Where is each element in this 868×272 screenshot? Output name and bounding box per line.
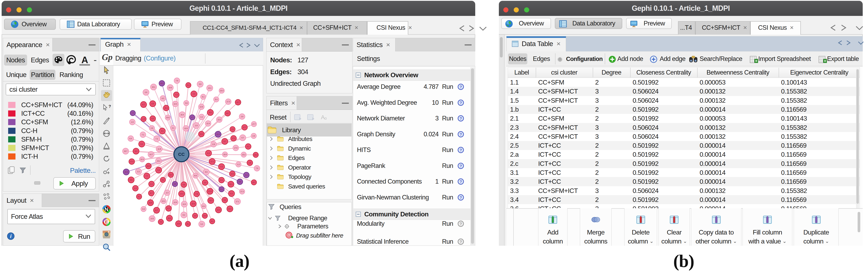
svg-text:17.7: 17.7 xyxy=(243,126,246,128)
svg-text:17.2: 17.2 xyxy=(241,190,244,192)
svg-text:2.3: 2.3 xyxy=(166,192,168,194)
svg-text:17.6: 17.6 xyxy=(208,190,212,192)
svg-text:3.9: 3.9 xyxy=(185,102,188,104)
svg-text:14.1: 14.1 xyxy=(208,87,212,89)
svg-text:10.8: 10.8 xyxy=(203,215,207,217)
svg-text:11.9: 11.9 xyxy=(158,148,161,150)
svg-text:1.5: 1.5 xyxy=(249,162,251,164)
svg-text:?: ? xyxy=(460,195,462,200)
svg-text:9.7: 9.7 xyxy=(223,140,226,143)
svg-text:9.7: 9.7 xyxy=(142,103,145,105)
svg-text:2.8: 2.8 xyxy=(241,116,243,118)
svg-text:2.6: 2.6 xyxy=(204,182,206,184)
svg-text:E: E xyxy=(105,219,108,224)
svg-text:6.4: 6.4 xyxy=(211,220,213,222)
svg-text:14.7: 14.7 xyxy=(150,153,153,155)
svg-text:10.6: 10.6 xyxy=(166,117,169,119)
svg-text:1.2: 1.2 xyxy=(237,163,240,165)
svg-text:9.7: 9.7 xyxy=(150,192,153,194)
svg-text:6.4: 6.4 xyxy=(135,150,137,152)
svg-text:17.1: 17.1 xyxy=(211,160,214,162)
svg-text:17.1: 17.1 xyxy=(232,137,236,139)
svg-text:9.4: 9.4 xyxy=(223,199,226,201)
svg-text:?: ? xyxy=(460,180,462,184)
svg-text:9.9: 9.9 xyxy=(152,103,154,105)
svg-text:8.1: 8.1 xyxy=(220,188,223,190)
svg-text:5.2: 5.2 xyxy=(230,192,233,194)
svg-text:?: ? xyxy=(460,101,462,105)
svg-text:2.1: 2.1 xyxy=(172,127,174,129)
svg-text:?: ? xyxy=(460,116,462,121)
svg-text:8.2: 8.2 xyxy=(183,214,185,216)
svg-text:8.1: 8.1 xyxy=(162,179,164,181)
svg-text:15.8: 15.8 xyxy=(177,223,180,225)
svg-text:9.5: 9.5 xyxy=(161,130,163,132)
svg-text:8.4: 8.4 xyxy=(141,143,143,145)
svg-text:6.8: 6.8 xyxy=(174,183,176,185)
svg-text:4.1: 4.1 xyxy=(247,146,249,148)
svg-text:1.2: 1.2 xyxy=(134,187,136,189)
svg-text:1.9: 1.9 xyxy=(195,124,197,126)
svg-text:8.6: 8.6 xyxy=(205,171,208,173)
svg-text:16.1: 16.1 xyxy=(168,217,171,219)
svg-text:7.7: 7.7 xyxy=(131,112,134,114)
svg-text:?: ? xyxy=(460,240,462,244)
svg-text:9.7: 9.7 xyxy=(242,137,244,139)
svg-text:14.4: 14.4 xyxy=(174,103,177,105)
svg-text:2.1: 2.1 xyxy=(150,183,153,185)
svg-text:15.7: 15.7 xyxy=(124,150,127,152)
svg-text:3.4: 3.4 xyxy=(160,221,162,223)
svg-text:12.4: 12.4 xyxy=(207,122,210,124)
svg-text:12.4: 12.4 xyxy=(216,133,220,135)
svg-text:13.1: 13.1 xyxy=(218,119,221,121)
svg-text:10.2: 10.2 xyxy=(242,154,246,156)
svg-text:2.6: 2.6 xyxy=(252,135,255,137)
svg-text:4.3: 4.3 xyxy=(220,165,223,168)
svg-text:17.1: 17.1 xyxy=(236,201,239,203)
svg-text:?: ? xyxy=(460,148,462,152)
svg-text:i: i xyxy=(10,233,11,239)
svg-text:17.4: 17.4 xyxy=(130,160,133,162)
svg-text:16.1: 16.1 xyxy=(164,107,168,109)
svg-text:1.3: 1.3 xyxy=(142,118,145,120)
svg-text:8.3: 8.3 xyxy=(220,179,223,181)
svg-text:15.6: 15.6 xyxy=(192,203,195,205)
svg-text:5.5: 5.5 xyxy=(142,208,145,210)
svg-text:12.1: 12.1 xyxy=(229,183,233,185)
svg-text:15.2: 15.2 xyxy=(125,171,128,173)
svg-text:12.5: 12.5 xyxy=(200,106,203,108)
svg-text:12.2: 12.2 xyxy=(141,158,144,160)
svg-text:7.5: 7.5 xyxy=(256,167,258,169)
svg-text:12.1: 12.1 xyxy=(162,200,165,202)
svg-text:9.5: 9.5 xyxy=(209,112,212,114)
svg-text:8.7: 8.7 xyxy=(155,209,158,211)
svg-text:?: ? xyxy=(460,132,462,137)
svg-text:14.7: 14.7 xyxy=(169,174,173,176)
svg-text:3.3: 3.3 xyxy=(193,93,195,95)
svg-text:1.5: 1.5 xyxy=(131,121,133,123)
svg-text:2.6: 2.6 xyxy=(145,91,147,93)
svg-text:17.6: 17.6 xyxy=(234,147,238,149)
svg-text:16.8: 16.8 xyxy=(223,153,227,155)
svg-text:2.8: 2.8 xyxy=(151,127,153,129)
svg-text:15.2: 15.2 xyxy=(157,160,160,162)
svg-text:16.3: 16.3 xyxy=(147,165,150,167)
svg-text:?: ? xyxy=(460,164,462,168)
svg-text:16.7: 16.7 xyxy=(226,112,229,114)
svg-text:3.6: 3.6 xyxy=(231,128,234,130)
svg-text:7.1: 7.1 xyxy=(142,134,144,136)
svg-text:14.5: 14.5 xyxy=(151,218,154,220)
svg-text:12.7: 12.7 xyxy=(237,101,240,103)
svg-text:5.3: 5.3 xyxy=(200,223,203,225)
svg-text:17.3: 17.3 xyxy=(227,101,230,103)
svg-text:CC: CC xyxy=(178,152,185,157)
svg-text:16.1: 16.1 xyxy=(152,86,155,88)
svg-text:4.7: 4.7 xyxy=(191,116,193,118)
svg-text:2.9: 2.9 xyxy=(212,143,215,145)
svg-text:12.3: 12.3 xyxy=(217,209,220,211)
svg-text:13.1: 13.1 xyxy=(200,133,203,135)
svg-text:13.1: 13.1 xyxy=(228,208,232,210)
svg-text:7.8: 7.8 xyxy=(195,193,198,195)
svg-text:7.7: 7.7 xyxy=(146,175,148,177)
svg-text:12.4: 12.4 xyxy=(202,205,206,207)
